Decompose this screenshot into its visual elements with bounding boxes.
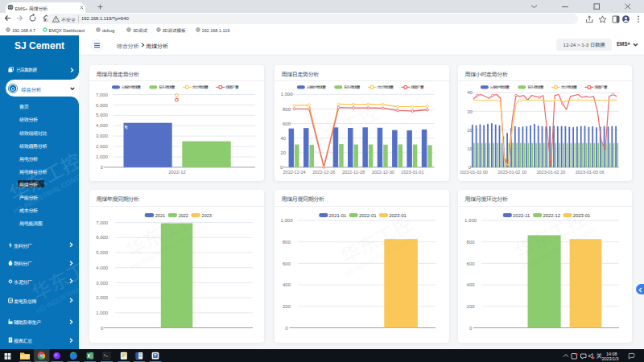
svg-text:2023/1/3: 2023/1/3 — [602, 356, 619, 360]
svg-text:2023-01-02 10: 2023-01-02 10 — [497, 170, 526, 175]
svg-text:2023-01-02 20: 2023-01-02 20 — [537, 170, 566, 175]
svg-text:分解炉喷煤量: 分解炉喷煤量 — [307, 84, 326, 89]
svg-text:200: 200 — [467, 304, 476, 309]
svg-text:2022-11: 2022-11 — [513, 213, 530, 218]
svg-text:30: 30 — [467, 109, 473, 114]
svg-text:800: 800 — [467, 240, 476, 245]
svg-text:2023: 2023 — [202, 213, 212, 218]
svg-text:合计喷煤量: 合计喷煤量 — [192, 84, 209, 89]
svg-text:煤磨产量: 煤磨产量 — [594, 84, 608, 89]
svg-text:0: 0 — [101, 326, 104, 331]
svg-text:2022-12-30: 2022-12-30 — [372, 170, 394, 175]
svg-text:400: 400 — [467, 282, 476, 287]
svg-text:窑头喷煤量: 窑头喷煤量 — [527, 84, 544, 89]
svg-text:分解炉喷煤量: 分解炉喷煤量 — [122, 84, 141, 89]
svg-text:2022-12-24: 2022-12-24 — [283, 170, 306, 175]
svg-text:1,000: 1,000 — [280, 92, 293, 97]
svg-text:0: 0 — [101, 165, 104, 170]
svg-text:分解炉喷煤量: 分解炉喷煤量 — [490, 84, 510, 89]
svg-text:窑头喷煤量: 窑头喷煤量 — [159, 84, 175, 89]
svg-text:6,000: 6,000 — [96, 103, 109, 108]
svg-text:40: 40 — [467, 90, 473, 95]
svg-text:4,000: 4,000 — [96, 123, 109, 128]
svg-text:0: 0 — [469, 326, 473, 331]
svg-text:600: 600 — [283, 261, 291, 266]
svg-text:600: 600 — [283, 121, 291, 126]
svg-text:合计喷煤量: 合计喷煤量 — [561, 84, 578, 89]
svg-text:煤磨产量: 煤磨产量 — [225, 84, 239, 89]
svg-text:1,000: 1,000 — [464, 218, 477, 223]
svg-text:2023-01-02 00: 2023-01-02 00 — [459, 170, 488, 175]
svg-text:200: 200 — [283, 304, 291, 309]
svg-text:2022-12-28: 2022-12-28 — [342, 170, 365, 175]
svg-text:2021-01: 2021-01 — [329, 213, 347, 218]
svg-text:7,000: 7,000 — [96, 93, 109, 97]
svg-text:1,000: 1,000 — [280, 218, 293, 223]
svg-text:20: 20 — [281, 150, 287, 155]
svg-text:2,000: 2,000 — [96, 144, 109, 149]
svg-text:合计喷煤量: 合计喷煤量 — [378, 84, 394, 89]
svg-text:2023-01-03 06: 2023-01-03 06 — [576, 170, 605, 175]
svg-text:3,000: 3,000 — [96, 134, 109, 138]
svg-text:800: 800 — [283, 240, 291, 245]
svg-text:40: 40 — [281, 136, 287, 141]
svg-text:2022-01: 2022-01 — [359, 213, 377, 218]
svg-text:2,000: 2,000 — [96, 295, 109, 300]
svg-text:2022-12: 2022-12 — [168, 170, 185, 175]
svg-text:窑头喷煤量: 窑头喷煤量 — [344, 84, 361, 89]
svg-text:煤磨产量: 煤磨产量 — [411, 84, 424, 89]
svg-text:1,000: 1,000 — [96, 311, 109, 315]
svg-text:6,000: 6,000 — [96, 235, 109, 240]
svg-text:800: 800 — [283, 107, 291, 112]
svg-text:600: 600 — [467, 261, 476, 266]
svg-text:2023-01-01: 2023-01-01 — [401, 170, 423, 175]
svg-text:0: 0 — [285, 326, 288, 331]
svg-text:2022-12-26: 2022-12-26 — [312, 170, 335, 175]
svg-text:400: 400 — [283, 282, 291, 287]
svg-text:5,000: 5,000 — [96, 113, 109, 117]
svg-text:1,000: 1,000 — [96, 154, 109, 159]
svg-text:0: 0 — [280, 165, 283, 170]
svg-text:7,000: 7,000 — [96, 220, 109, 225]
